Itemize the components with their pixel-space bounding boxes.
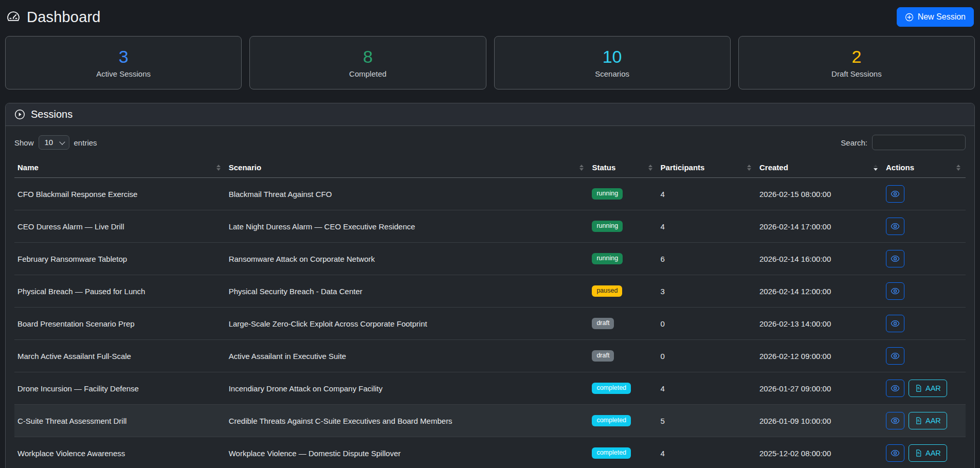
actions-cell	[883, 210, 966, 243]
sort-icon	[747, 165, 751, 171]
view-session-button[interactable]	[886, 412, 904, 429]
column-header-participants[interactable]: Participants	[658, 158, 756, 178]
actions-cell	[883, 308, 966, 340]
view-session-button[interactable]	[886, 315, 904, 332]
actions-cell: AAR	[883, 372, 966, 405]
view-session-button[interactable]	[886, 250, 904, 267]
view-session-button[interactable]	[886, 185, 904, 203]
status-badge: draft	[592, 318, 614, 329]
actions-cell	[883, 340, 966, 372]
sessions-panel-title: Sessions	[31, 109, 72, 120]
participants-cell: 0	[658, 340, 756, 372]
status-badge: running	[592, 221, 623, 232]
status-badge: completed	[592, 383, 631, 394]
created-cell: 2026-02-13 14:00:00	[756, 308, 883, 340]
created-cell: 2026-02-14 16:00:00	[756, 243, 883, 275]
status-cell: completed	[589, 405, 657, 437]
aar-button[interactable]: AAR	[909, 412, 947, 429]
aar-button[interactable]: AAR	[909, 444, 947, 462]
scenario-cell: Active Assailant in Executive Suite	[226, 340, 589, 372]
table-controls: Show 10 entries Search:	[14, 135, 966, 150]
session-row: Drone Incursion — Facility DefenseIncend…	[14, 372, 966, 405]
created-cell: 2026-02-14 17:00:00	[756, 210, 883, 243]
column-header-name[interactable]: Name	[14, 158, 226, 178]
stat-label: Scenarios	[595, 69, 629, 78]
participants-cell: 3	[658, 275, 756, 308]
eye-icon	[891, 448, 900, 458]
scenario-cell: Ransomware Attack on Corporate Network	[226, 243, 589, 275]
status-badge: running	[592, 188, 623, 200]
view-session-button[interactable]	[886, 380, 904, 397]
plus-circle-icon	[905, 13, 914, 22]
session-row: March Active Assailant Full-ScaleActive …	[14, 340, 966, 372]
search-control: Search:	[841, 135, 966, 150]
eye-icon	[891, 286, 900, 296]
stat-label: Completed	[349, 69, 387, 78]
file-text-icon	[915, 384, 922, 392]
file-text-icon	[915, 449, 922, 457]
column-header-created[interactable]: Created	[756, 158, 883, 178]
scenario-cell: Large-Scale Zero-Click Exploit Across Co…	[226, 308, 589, 340]
aar-button[interactable]: AAR	[909, 380, 947, 397]
participants-cell: 4	[658, 437, 756, 468]
play-circle-icon	[14, 109, 25, 120]
status-cell: completed	[589, 372, 657, 405]
session-name-cell: CEO Duress Alarm — Live Drill	[14, 210, 226, 243]
status-badge: draft	[592, 350, 614, 362]
status-badge: completed	[592, 447, 631, 459]
page-size-select[interactable]: 10	[39, 135, 69, 150]
show-label: Show	[14, 138, 34, 147]
scenario-cell: Blackmail Threat Against CFO	[226, 178, 589, 210]
status-cell: completed	[589, 437, 657, 468]
status-cell: running	[589, 178, 657, 210]
actions-cell	[883, 275, 966, 308]
view-session-button[interactable]	[886, 282, 904, 300]
status-badge: paused	[592, 285, 622, 297]
view-session-button[interactable]	[886, 347, 904, 365]
stat-value: 10	[603, 48, 622, 65]
view-session-button[interactable]	[886, 444, 904, 462]
created-cell: 2026-01-09 10:00:00	[756, 405, 883, 437]
view-session-button[interactable]	[886, 218, 904, 235]
actions-cell	[883, 243, 966, 275]
sort-icon	[216, 165, 221, 171]
actions-cell: AAR	[883, 405, 966, 437]
eye-icon	[891, 222, 900, 231]
created-cell: 2026-02-14 12:00:00	[756, 275, 883, 308]
session-row: February Ransomware TabletopRansomware A…	[14, 243, 966, 275]
column-header-scenario[interactable]: Scenario	[226, 158, 589, 178]
aar-label: AAR	[925, 384, 941, 392]
status-cell: running	[589, 243, 657, 275]
stat-label: Active Sessions	[96, 69, 151, 78]
column-header-status[interactable]: Status	[589, 158, 657, 178]
sort-icon	[956, 165, 960, 171]
scenario-cell: Late Night Duress Alarm — CEO Executive …	[226, 210, 589, 243]
column-header-actions[interactable]: Actions	[883, 158, 966, 178]
page-length-control: Show 10 entries	[14, 135, 97, 150]
sort-icon	[648, 165, 652, 171]
session-row: CFO Blackmail Response ExerciseBlackmail…	[14, 178, 966, 210]
stat-value: 8	[363, 48, 373, 65]
scenario-cell: Physical Security Breach - Data Center	[226, 275, 589, 308]
eye-icon	[891, 351, 900, 361]
participants-cell: 4	[658, 210, 756, 243]
stat-value: 2	[851, 48, 861, 65]
stats-row: 3 Active Sessions 8 Completed 10 Scenari…	[5, 36, 975, 89]
sessions-panel-header: Sessions	[6, 103, 974, 126]
status-cell: draft	[589, 340, 657, 372]
session-row: C-Suite Threat Assessment DrillCredible …	[14, 405, 966, 437]
speedometer-icon	[6, 10, 21, 24]
sessions-panel-body: Show 10 entries Search:	[6, 126, 974, 468]
stat-value: 3	[119, 48, 129, 65]
new-session-button[interactable]: New Session	[897, 7, 974, 27]
search-input[interactable]	[872, 135, 966, 150]
aar-label: AAR	[925, 417, 941, 425]
session-name-cell: Drone Incursion — Facility Defense	[14, 372, 226, 405]
session-name-cell: Board Presentation Scenario Prep	[14, 308, 226, 340]
page-title-wrap: Dashboard	[6, 9, 101, 26]
stat-card-completed: 8 Completed	[249, 36, 486, 89]
created-cell: 2026-02-15 08:00:00	[756, 178, 883, 210]
sort-desc-icon	[874, 165, 878, 171]
actions-cell	[883, 178, 966, 210]
top-bar: Dashboard New Session	[5, 0, 975, 34]
